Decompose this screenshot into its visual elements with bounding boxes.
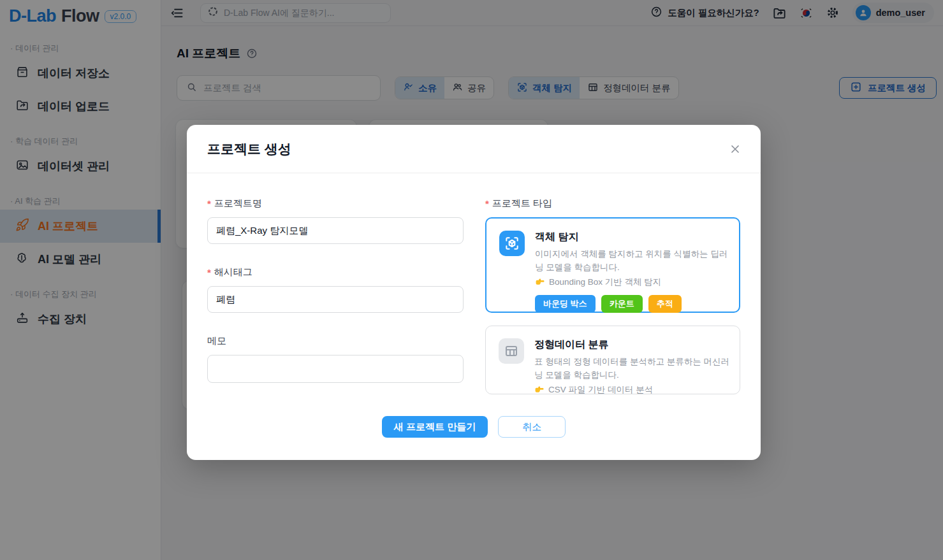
required-mark: * — [207, 267, 211, 278]
project-name-input[interactable] — [207, 217, 464, 244]
memo-label: 메모 — [207, 335, 464, 347]
hashtag-input[interactable] — [207, 286, 464, 313]
project-name-label: * 프로젝트명 — [207, 197, 464, 210]
cancel-button[interactable]: 취소 — [498, 416, 566, 438]
hand-point-right-icon — [535, 276, 545, 289]
submit-button[interactable]: 새 프로젝트 만들기 — [382, 416, 488, 438]
type-card-object-detection[interactable]: 객체 탐지 이미지에서 객체를 탐지하고 위치를 식별하는 딥러닝 모델을 학습… — [485, 217, 740, 313]
close-icon[interactable] — [729, 143, 742, 155]
table-icon — [499, 338, 524, 364]
create-project-modal: 프로젝트 생성 * 프로젝트명 * 해시태그 메모 — [187, 125, 761, 460]
type-title: 정형데이터 분류 — [534, 338, 729, 352]
badge-tracking: 추적 — [648, 295, 682, 313]
type-title: 객체 탐지 — [535, 231, 730, 244]
required-mark: * — [207, 198, 211, 209]
type-description: 이미지에서 객체를 탐지하고 위치를 식별하는 딥러닝 모델을 학습합니다. — [535, 248, 730, 275]
hashtag-label: * 해시태그 — [207, 266, 464, 278]
badge-bounding-box: 바운딩 박스 — [535, 295, 596, 313]
hand-point-right-icon — [534, 384, 545, 396]
modal-title: 프로젝트 생성 — [207, 140, 291, 158]
type-description: 표 형태의 정형 데이터를 분석하고 분류하는 머신러닝 모델을 학습합니다. — [534, 355, 729, 382]
required-mark: * — [485, 198, 489, 209]
memo-input[interactable] — [207, 355, 464, 383]
type-card-tabular[interactable]: 정형데이터 분류 표 형태의 정형 데이터를 분석하고 분류하는 머신러닝 모델… — [485, 326, 740, 394]
scan-cube-icon — [499, 231, 525, 256]
project-type-label: * 프로젝트 타입 — [485, 197, 740, 210]
badge-count: 카운트 — [601, 295, 643, 313]
app-root: D-Lab Flow v2.0.0 · 데이터 관리 데이터 저장소 데이터 업… — [0, 0, 943, 560]
type-hint-text: Bounding Box 기반 객체 탐지 — [549, 276, 661, 288]
type-hint-text: CSV 파일 기반 데이터 분석 — [548, 384, 653, 396]
